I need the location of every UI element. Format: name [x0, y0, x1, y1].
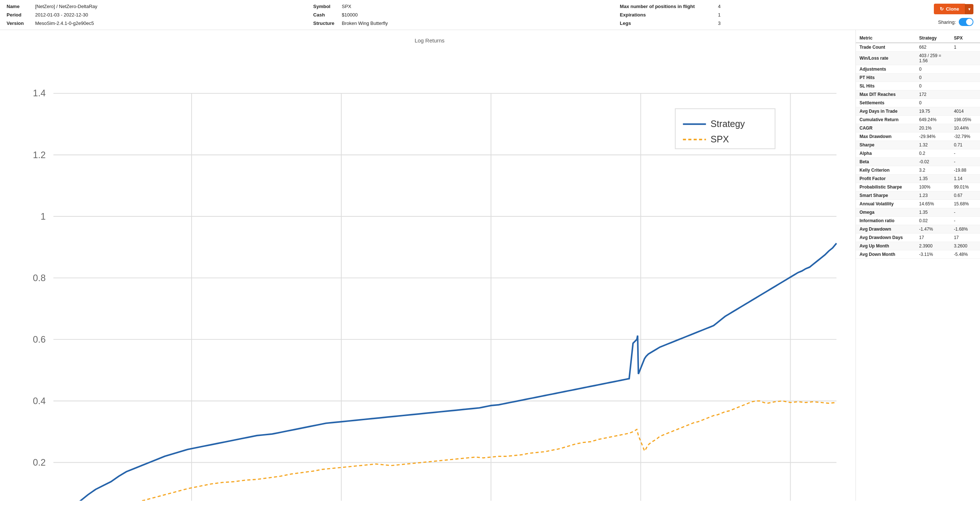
sharing-label: Sharing: [938, 19, 956, 25]
metric-cell: Profit Factor [856, 175, 916, 183]
strategy-cell: 172 [916, 90, 950, 99]
symbol-value: SPX [342, 4, 351, 9]
spx-cell: 4014 [950, 107, 980, 116]
spx-cell: - [950, 208, 980, 217]
strategy-cell: 0 [916, 74, 950, 82]
spx-cell: 1 [950, 43, 980, 52]
name-value: [NetZero] / NetZero-DeltaRay [35, 4, 97, 9]
table-row: Settlements0 [856, 99, 980, 107]
header-col-3: Max number of positions in flight 4 Expi… [620, 4, 926, 26]
clone-label: Clone [946, 6, 959, 12]
log-returns-chart: 0 0.2 0.4 0.6 0.8 1 1.2 1.4 2014 2016 20… [7, 47, 852, 501]
header-actions: ↻ Clone ▾ Sharing: [926, 4, 974, 26]
max-positions-value: 4 [718, 4, 721, 9]
main-content: Log Returns 0 0.2 [0, 30, 980, 501]
sharing-toggle[interactable] [959, 18, 974, 26]
header: Name [NetZero] / NetZero-DeltaRay Period… [0, 0, 980, 30]
table-row: SL Hits0 [856, 82, 980, 90]
metric-cell: Max Drawdown [856, 133, 916, 141]
table-row: Sharpe1.320.71 [856, 141, 980, 149]
table-row: Smart Sharpe1.230.67 [856, 192, 980, 200]
symbol-label: Symbol [313, 4, 339, 9]
table-row: Information ratio0.02- [856, 217, 980, 225]
metric-cell: Information ratio [856, 217, 916, 225]
spx-cell [950, 82, 980, 90]
metric-cell: Kelly Criterion [856, 166, 916, 175]
table-row: Kelly Criterion3.2-19.88 [856, 166, 980, 175]
metric-cell: Alpha [856, 149, 916, 158]
spx-cell: -32.79% [950, 133, 980, 141]
table-row: Avg Drawdown-1.47%-1.68% [856, 225, 980, 233]
expirations-value: 1 [718, 12, 721, 17]
metric-cell: Adjustments [856, 65, 916, 74]
structure-label: Structure [313, 21, 339, 26]
spx-cell: -19.88 [950, 166, 980, 175]
spx-cell [950, 65, 980, 74]
table-row: Avg Up Month2.39003.2600 [856, 242, 980, 251]
name-label: Name [6, 4, 32, 9]
table-row: Trade Count6621 [856, 43, 980, 52]
refresh-icon: ↻ [940, 6, 944, 12]
table-row: PT Hits0 [856, 74, 980, 82]
strategy-cell: 1.35 [916, 208, 950, 217]
svg-text:0.6: 0.6 [33, 334, 46, 344]
spx-cell [950, 99, 980, 107]
table-row: Max DIT Reaches172 [856, 90, 980, 99]
symbol-row: Symbol SPX [313, 4, 620, 9]
strategy-cell: 19.75 [916, 107, 950, 116]
spx-cell: - [950, 217, 980, 225]
strategy-cell: 403 / 259 = 1.56 [916, 52, 950, 65]
cash-value: $10000 [342, 12, 358, 17]
spx-cell [950, 52, 980, 65]
metric-cell: Settlements [856, 99, 916, 107]
strategy-cell: 0.2 [916, 149, 950, 158]
spx-cell: 1.14 [950, 175, 980, 183]
clone-button-group[interactable]: ↻ Clone ▾ [934, 4, 974, 14]
spx-cell: 17 [950, 233, 980, 242]
version-row: Version MesoSim-2.4.1-0-g2e90ec5 [6, 21, 313, 26]
strategy-cell: 0 [916, 82, 950, 90]
table-row: Profit Factor1.351.14 [856, 175, 980, 183]
table-row: Cumulative Return649.24%198.05% [856, 116, 980, 124]
metric-cell: Smart Sharpe [856, 192, 916, 200]
clone-button[interactable]: ↻ Clone [934, 4, 965, 14]
clone-dropdown-button[interactable]: ▾ [965, 4, 974, 14]
table-row: Avg Down Month-3.11%-5.48% [856, 251, 980, 259]
max-positions-label: Max number of positions in flight [620, 4, 715, 9]
metric-cell: Omega [856, 208, 916, 217]
expirations-row: Expirations 1 [620, 12, 926, 17]
spx-cell [950, 90, 980, 99]
legs-value: 3 [718, 21, 721, 26]
spx-cell: 15.68% [950, 200, 980, 208]
spx-cell [950, 74, 980, 82]
metric-cell: Sharpe [856, 141, 916, 149]
spx-cell: 198.05% [950, 116, 980, 124]
metric-cell: Cumulative Return [856, 116, 916, 124]
spx-cell: 99.01% [950, 183, 980, 192]
table-row: Beta-0.02- [856, 158, 980, 166]
strategy-cell: 1.32 [916, 141, 950, 149]
table-row: Avg Drawdown Days1717 [856, 233, 980, 242]
svg-text:SPX: SPX [711, 134, 729, 144]
period-value: 2012-01-03 - 2022-12-30 [35, 12, 88, 17]
strategy-cell: -29.94% [916, 133, 950, 141]
svg-text:0.2: 0.2 [33, 457, 46, 467]
table-row: Win/Loss rate403 / 259 = 1.56 [856, 52, 980, 65]
svg-text:1: 1 [41, 211, 46, 221]
metrics-table: Metric Strategy SPX Trade Count6621Win/L… [856, 34, 980, 259]
expirations-label: Expirations [620, 12, 715, 17]
metric-cell: Max DIT Reaches [856, 90, 916, 99]
strategy-cell: 14.65% [916, 200, 950, 208]
name-row: Name [NetZero] / NetZero-DeltaRay [6, 4, 313, 9]
period-label: Period [6, 12, 32, 17]
svg-text:0.4: 0.4 [33, 396, 46, 406]
table-row: Annual Volatility14.65%15.68% [856, 200, 980, 208]
svg-text:Strategy: Strategy [711, 119, 745, 129]
metric-cell: Probabilistic Sharpe [856, 183, 916, 192]
metric-cell: CAGR [856, 124, 916, 133]
cash-label: Cash [313, 12, 339, 17]
spx-cell: -5.48% [950, 251, 980, 259]
metric-cell: Annual Volatility [856, 200, 916, 208]
metric-cell: PT Hits [856, 74, 916, 82]
spx-line [54, 401, 837, 501]
